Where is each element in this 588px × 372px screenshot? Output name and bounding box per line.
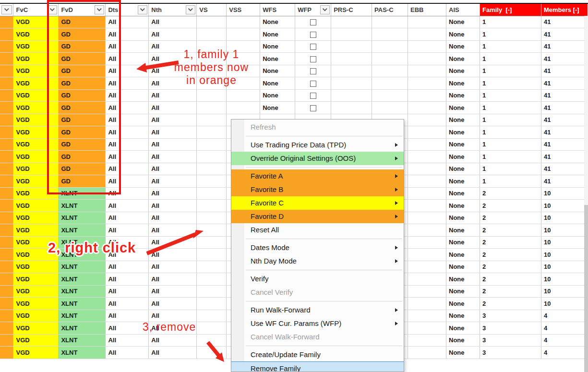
cell-nth[interactable]: All <box>149 151 197 163</box>
cell-rowhead[interactable] <box>0 102 13 114</box>
cell-dts[interactable]: All <box>106 151 149 163</box>
column-header-fvc[interactable]: FvC <box>13 4 59 16</box>
cell-ais[interactable]: None <box>446 249 480 261</box>
cell-rowhead[interactable] <box>0 114 13 126</box>
cell-prsc[interactable] <box>331 89 372 102</box>
cell-vss[interactable] <box>227 28 260 41</box>
cell-fvc[interactable]: VGD <box>13 138 59 151</box>
cell-dts[interactable]: All <box>106 212 149 224</box>
cell-members[interactable]: 10 <box>541 187 588 200</box>
cell-ais[interactable]: None <box>446 334 480 347</box>
cell-ais[interactable]: None <box>446 273 480 286</box>
cell-members[interactable]: 10 <box>541 236 588 249</box>
cell-family[interactable]: 2 <box>480 224 541 237</box>
cell-fvd[interactable]: GD <box>59 126 106 139</box>
cell-fvd[interactable]: GD <box>59 102 106 114</box>
cell-dts[interactable]: All <box>106 65 149 77</box>
cell-family[interactable]: 3 <box>480 334 541 347</box>
cell-ais[interactable]: None <box>446 298 480 310</box>
menu-item-use-trading-price-data-tpd[interactable]: Use Trading Price Data (TPD) <box>231 138 404 152</box>
cell-vs[interactable] <box>197 175 227 188</box>
cell-members[interactable]: 10 <box>541 224 588 237</box>
cell-pasc[interactable] <box>372 28 408 41</box>
cell-rowhead[interactable] <box>0 126 13 139</box>
cell-ebb[interactable] <box>408 334 446 347</box>
cell-pasc[interactable] <box>372 102 408 114</box>
cell-fvd[interactable]: GD <box>59 175 106 188</box>
menu-item-create-update-family[interactable]: Create/Update Family <box>231 348 404 361</box>
cell-vs[interactable] <box>197 322 227 335</box>
cell-ais[interactable]: None <box>446 224 480 237</box>
wfp-checkbox[interactable] <box>310 81 316 87</box>
cell-vs[interactable] <box>197 102 227 114</box>
cell-ais[interactable]: None <box>446 40 480 53</box>
cell-fvd[interactable]: XLNT <box>59 224 106 237</box>
cell-nth[interactable]: All <box>149 310 197 322</box>
cell-ebb[interactable] <box>408 77 446 90</box>
cell-ais[interactable]: None <box>446 53 480 65</box>
cell-family[interactable]: 3 <box>480 322 541 335</box>
cell-family[interactable]: 1 <box>480 138 541 151</box>
cell-fvd[interactable]: XLNT <box>59 187 106 200</box>
cell-fvc[interactable]: VGD <box>13 163 59 175</box>
cell-members[interactable]: 41 <box>541 114 588 126</box>
cell-fvd[interactable]: GD <box>59 151 106 163</box>
cell-ais[interactable]: None <box>446 16 480 28</box>
cell-fvc[interactable]: VGD <box>13 298 59 310</box>
cell-family[interactable]: 1 <box>480 126 541 139</box>
cell-wfp[interactable] <box>295 102 331 114</box>
cell-rowhead[interactable] <box>0 138 13 151</box>
cell-vs[interactable] <box>197 261 227 273</box>
cell-rowhead[interactable] <box>0 28 13 41</box>
wfp-checkbox[interactable] <box>310 93 316 99</box>
cell-fvc[interactable]: VGD <box>13 28 59 41</box>
cell-ais[interactable]: None <box>446 28 480 41</box>
cell-fvc[interactable]: VGD <box>13 126 59 139</box>
filter-chevron-icon[interactable] <box>138 5 147 14</box>
cell-prsc[interactable] <box>331 77 372 90</box>
cell-vss[interactable] <box>227 16 260 28</box>
column-header-prsc[interactable]: PRS-C <box>331 4 372 16</box>
cell-fvc[interactable]: VGD <box>13 175 59 188</box>
cell-fvc[interactable]: VGD <box>13 200 59 212</box>
cell-ais[interactable]: None <box>446 102 480 114</box>
cell-members[interactable]: 41 <box>541 65 588 77</box>
menu-item-favorite-c[interactable]: Favorite C <box>231 196 404 210</box>
filter-chevron-icon[interactable] <box>186 5 195 14</box>
cell-members[interactable]: 10 <box>541 261 588 273</box>
column-header-vss[interactable]: VSS <box>227 4 260 16</box>
cell-members[interactable]: 41 <box>541 102 588 114</box>
cell-ais[interactable]: None <box>446 151 480 163</box>
cell-members[interactable]: 10 <box>541 212 588 224</box>
cell-dts[interactable]: All <box>106 28 149 41</box>
cell-nth[interactable]: All <box>149 138 197 151</box>
cell-fvc[interactable]: VGD <box>13 261 59 273</box>
cell-wfs[interactable]: None <box>260 16 295 28</box>
cell-dts[interactable]: All <box>106 273 149 286</box>
filter-chevron-icon[interactable] <box>1 5 12 14</box>
cell-nth[interactable]: All <box>149 334 197 347</box>
cell-ebb[interactable] <box>408 28 446 41</box>
menu-item-nth-day-mode[interactable]: Nth Day Mode <box>231 254 404 268</box>
wfp-checkbox[interactable] <box>310 56 316 62</box>
cell-wfp[interactable] <box>295 65 331 77</box>
cell-fvd[interactable]: XLNT <box>59 261 106 273</box>
cell-ais[interactable]: None <box>446 89 480 102</box>
cell-fvc[interactable]: VGD <box>13 212 59 224</box>
wfp-checkbox[interactable] <box>310 32 316 38</box>
cell-rowhead[interactable] <box>0 224 13 237</box>
cell-prsc[interactable] <box>331 16 372 28</box>
cell-ais[interactable]: None <box>446 187 480 200</box>
cell-dts[interactable]: All <box>106 53 149 65</box>
cell-nth[interactable]: All <box>149 273 197 286</box>
cell-vs[interactable] <box>197 28 227 41</box>
cell-vs[interactable] <box>197 163 227 175</box>
cell-members[interactable]: 4 <box>541 334 588 347</box>
cell-ebb[interactable] <box>408 187 446 200</box>
cell-members[interactable]: 10 <box>541 298 588 310</box>
column-header-wfp[interactable]: WFP <box>295 4 331 16</box>
cell-dts[interactable]: All <box>106 40 149 53</box>
cell-rowhead[interactable] <box>0 261 13 273</box>
menu-item-run-walk-forward[interactable]: Run Walk-Forward <box>231 303 404 317</box>
cell-rowhead[interactable] <box>0 347 13 359</box>
